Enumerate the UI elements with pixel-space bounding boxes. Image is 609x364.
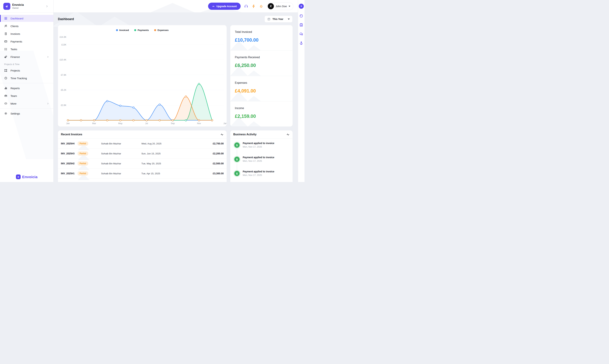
sidebar-item-payments[interactable]: Payments (0, 38, 53, 45)
notifications-bell-icon[interactable] (259, 4, 263, 8)
sidebar-section-label: Projects & Time (0, 63, 53, 65)
clock-icon (4, 77, 7, 80)
recent-invoices-title: Recent Invoices (61, 133, 82, 136)
workspace-switcher[interactable]: Envoicia Owner (0, 0, 53, 13)
svg-text:Jan: Jan (223, 122, 227, 125)
sidebar-item-more[interactable]: More (0, 100, 53, 107)
invoice-row[interactable]: INV_2025#4 Partial Sohaib Bin Mazhar Wed… (58, 139, 227, 149)
upgrade-account-button[interactable]: Upgrade Account (208, 3, 241, 10)
stat-income: Income £2,159.00 (230, 101, 293, 127)
page-content: Dashboard This Year Invoiced (54, 13, 298, 182)
sidebar-item-label: Finance (11, 55, 20, 58)
recent-invoices-card: Recent Invoices INV_2025#4 Partial Sohai… (58, 130, 227, 182)
status-badge: Partial (78, 161, 88, 166)
invoice-client: Sohaib Bin Mazhar (101, 172, 141, 175)
sidebar-item-time-tracking[interactable]: Time Tracking (0, 75, 53, 82)
activity-item[interactable]: $ Payment applied to invoice Mon, Nov 17… (233, 170, 289, 182)
notepad-icon[interactable] (299, 23, 303, 27)
sidebar-item-reports[interactable]: Reports (0, 85, 53, 91)
sidebar-item-settings[interactable]: Settings (0, 110, 53, 117)
activity-item[interactable]: $ Payment applied to invoice Mon, Nov 17… (233, 156, 289, 170)
sidebar-item-tasks[interactable]: Tasks (0, 46, 53, 53)
sidebar-divider (0, 108, 53, 109)
period-value: This Year (272, 18, 283, 20)
timer-icon[interactable] (299, 14, 303, 18)
user-name: John Doe (276, 5, 287, 8)
svg-text:£13K: £13K (61, 43, 66, 46)
invoice-row[interactable]: INV_2025#1 Partial Sohaib Bin Mazhar Tue… (58, 169, 227, 179)
sidebar-item-label: Projects (11, 69, 20, 72)
sidebar-item-invoices[interactable]: Invoices (0, 30, 53, 37)
activity-item[interactable]: $ Payment applied to invoice Mon, Nov 17… (233, 142, 289, 156)
invoice-amount: £3,300.00 (197, 172, 224, 175)
legend-item-expenses[interactable]: Expenses (154, 29, 169, 31)
coins-icon (4, 55, 7, 58)
user-menu[interactable]: X John Doe (267, 2, 293, 10)
legend-dot-icon (116, 29, 118, 31)
invoice-date: Tue, May 20, 2025 (141, 162, 197, 165)
bolt-icon[interactable] (252, 4, 256, 8)
sidebar-item-dashboard[interactable]: Dashboard (0, 15, 53, 22)
invoice-row[interactable]: INV_2025#2 Partial Sohaib Bin Mazhar Tue… (58, 158, 227, 169)
sidebar-item-label: Settings (11, 112, 20, 115)
period-selector[interactable]: This Year (264, 15, 293, 23)
svg-text:May: May (118, 122, 122, 125)
workspace-name: Envoicia (12, 3, 24, 6)
dollar-icon: $ (234, 143, 240, 148)
status-badge: Partial (78, 151, 88, 156)
legend-dot-icon (154, 29, 156, 31)
chevron-down-icon (288, 19, 290, 20)
activity-pulse-icon[interactable] (286, 133, 290, 136)
sidebar-item-clients[interactable]: Clients (0, 23, 53, 29)
support-headset-icon[interactable] (244, 4, 248, 8)
stat-expenses: Expenses £4,091.00 (230, 76, 293, 101)
sidebar-item-label: Reports (11, 87, 20, 90)
add-plus-icon[interactable]: + (299, 4, 304, 9)
chat-icon[interactable] (299, 32, 303, 36)
invoice-amount: £2,500.00 (197, 162, 224, 165)
legend-item-payments[interactable]: Payments (134, 29, 149, 31)
invoice-date: Sun, Jun 15, 2025 (141, 152, 197, 155)
invoice-client: Sohaib Bin Mazhar (101, 152, 141, 155)
activity-date: Mon, Nov 17, 2025 (243, 174, 274, 176)
invoice-row[interactable]: INV_2025#3 Partial Sohaib Bin Mazhar Sun… (58, 149, 227, 158)
business-activity-card: Business Activity $ Payment applied to i… (230, 130, 293, 182)
decorative-beam (78, 176, 89, 180)
activity-pulse-icon[interactable] (220, 133, 224, 136)
stats-column: Total Invoiced £10,700.00 Payments Recei… (230, 25, 293, 127)
sidebar-nav: Dashboard Clients Invoices Payments Task… (0, 13, 53, 117)
legend-label: Expenses (158, 29, 169, 31)
sidebar-item-team[interactable]: Team (0, 92, 53, 99)
dollar-icon: $ (234, 157, 240, 162)
invoice-icon (4, 32, 7, 35)
chart-legend: Invoiced Payments Expenses (58, 29, 227, 31)
stat-payments-received: Payments Received £6,250.00 (230, 51, 293, 76)
sidebar-item-finance[interactable]: Finance (0, 53, 53, 60)
sidebar-item-projects[interactable]: Projects (0, 67, 53, 74)
main-area: Upgrade Account X John Doe (54, 0, 298, 182)
upgrade-account-label: Upgrade Account (217, 5, 237, 8)
sidebar-item-label: Tasks (11, 48, 17, 51)
sidebar-item-label: Invoices (11, 32, 20, 35)
finance-chart-card: Invoiced Payments Expenses £2.6K£5.2K£7.… (58, 25, 227, 127)
svg-text:£10.4K: £10.4K (60, 59, 66, 61)
business-activity-title: Business Activity (233, 133, 257, 136)
svg-text:Nov: Nov (197, 122, 201, 125)
top-header: Upgrade Account X John Doe (54, 0, 298, 13)
chevron-right-icon (47, 56, 49, 58)
svg-text:Jan: Jan (66, 122, 70, 125)
chevron-right-icon (45, 5, 48, 8)
svg-text:£5.2K: £5.2K (61, 89, 66, 91)
checklist-icon (4, 48, 7, 51)
legend-dot-icon (134, 29, 136, 31)
app-window: Envoicia Owner Dashboard Clients Invoice… (0, 0, 304, 182)
bar-chart-icon (4, 87, 7, 90)
clients-icon (4, 25, 7, 28)
stat-label: Payments Received (235, 56, 293, 59)
chevron-right-icon (47, 102, 49, 105)
anchor-icon[interactable] (299, 41, 303, 45)
invoice-id: INV_2025#2 (61, 162, 78, 165)
legend-item-invoiced[interactable]: Invoiced (116, 29, 129, 31)
svg-text:Sep: Sep (171, 122, 175, 125)
svg-text:Jul: Jul (145, 122, 148, 125)
